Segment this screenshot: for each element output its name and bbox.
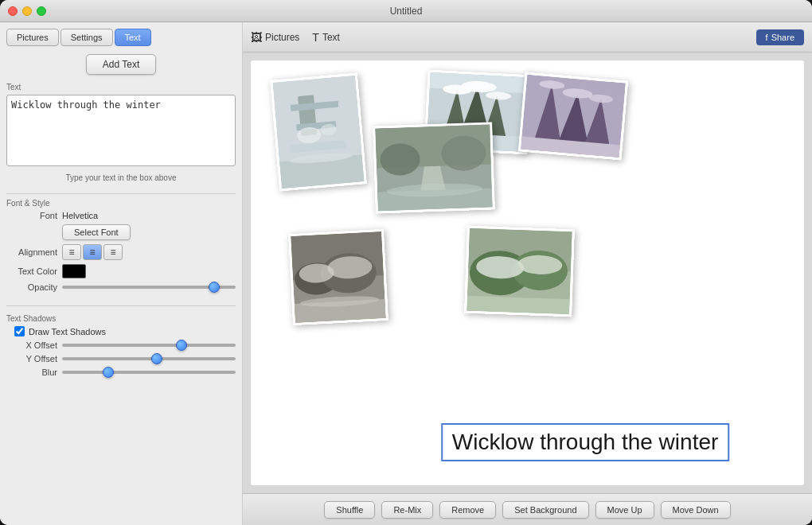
- photo-6[interactable]: [464, 226, 575, 317]
- photo-4[interactable]: [518, 72, 628, 161]
- add-text-button[interactable]: Add Text: [86, 54, 156, 75]
- text-hint: Type your text in the box above: [6, 173, 236, 182]
- x-offset-label: X Offset: [6, 340, 62, 350]
- photo-3-inner: [375, 125, 493, 212]
- text-color-row: Text Color: [6, 264, 236, 278]
- minimize-button[interactable]: [22, 6, 32, 16]
- pictures-icon: 🖼: [251, 31, 262, 44]
- y-offset-slider[interactable]: [62, 357, 236, 360]
- photo-1-inner: [272, 76, 364, 189]
- text-color-swatch[interactable]: [62, 264, 86, 278]
- text-section-label: Text: [6, 83, 236, 91]
- app-window: Untitled Pictures Settings Text Add Text…: [0, 0, 812, 525]
- align-left-button[interactable]: ≡: [62, 244, 81, 260]
- photo-1[interactable]: [270, 72, 367, 191]
- set-background-button[interactable]: Set Background: [502, 501, 588, 519]
- traffic-lights: [8, 6, 46, 16]
- share-label: Share: [771, 33, 794, 42]
- text-shadows-section: Text Shadows Draw Text Shadows X Offset …: [6, 314, 236, 381]
- opacity-row: Opacity: [6, 282, 236, 292]
- select-font-button[interactable]: Select Font: [62, 224, 131, 240]
- photo-3[interactable]: [373, 122, 495, 213]
- shuffle-button[interactable]: Shuffle: [324, 501, 375, 519]
- font-style-label: Font & Style: [6, 199, 236, 208]
- font-label: Font: [6, 211, 62, 220]
- blur-label: Blur: [6, 368, 62, 377]
- right-toolbar: 🖼 Pictures T Text f Share: [243, 22, 812, 52]
- opacity-slider[interactable]: [62, 286, 236, 289]
- remix-button[interactable]: Re-Mix: [381, 501, 433, 519]
- tabs-row: Pictures Settings Text: [6, 29, 236, 46]
- blur-slider-container: [62, 371, 236, 374]
- toolbar-text[interactable]: T Text: [312, 31, 340, 44]
- text-color-label: Text Color: [6, 266, 62, 276]
- text-input[interactable]: Wicklow through the winter: [6, 95, 236, 166]
- toolbar-pictures-label: Pictures: [265, 32, 299, 43]
- y-offset-row: Y Offset: [6, 354, 236, 364]
- opacity-label: Opacity: [6, 282, 62, 292]
- main-content: Pictures Settings Text Add Text Text Wic…: [0, 22, 812, 525]
- x-offset-slider[interactable]: [62, 344, 236, 347]
- draw-shadows-checkbox[interactable]: [14, 326, 25, 336]
- text-icon: T: [312, 31, 319, 44]
- tab-text[interactable]: Text: [115, 29, 151, 46]
- x-offset-slider-container: [62, 344, 236, 347]
- share-button[interactable]: f Share: [756, 29, 804, 45]
- y-offset-slider-container: [62, 357, 236, 360]
- canvas-area: Wicklow through the winter: [251, 60, 804, 485]
- close-button[interactable]: [8, 6, 18, 16]
- move-down-button[interactable]: Move Down: [661, 501, 731, 519]
- photo-4-inner: [521, 75, 626, 158]
- tab-settings[interactable]: Settings: [61, 29, 113, 46]
- toolbar-pictures[interactable]: 🖼 Pictures: [251, 31, 299, 44]
- divider-2: [6, 305, 236, 306]
- move-up-button[interactable]: Move Up: [595, 501, 654, 519]
- text-shadows-label: Text Shadows: [6, 314, 236, 323]
- photo-5[interactable]: [288, 229, 388, 325]
- align-center-button[interactable]: ≡: [83, 244, 102, 260]
- select-font-row: Select Font: [6, 224, 236, 240]
- alignment-label: Alignment: [6, 247, 62, 257]
- opacity-slider-container: [62, 286, 236, 289]
- y-offset-label: Y Offset: [6, 354, 62, 364]
- toolbar-text-label: Text: [322, 32, 340, 43]
- left-panel: Pictures Settings Text Add Text Text Wic…: [0, 22, 243, 525]
- tab-pictures[interactable]: Pictures: [6, 29, 59, 46]
- alignment-buttons: ≡ ≡ ≡: [62, 244, 123, 260]
- right-panel: 🖼 Pictures T Text f Share: [243, 22, 812, 525]
- photo-6-inner: [467, 228, 572, 314]
- remove-button[interactable]: Remove: [439, 501, 496, 519]
- zoom-button[interactable]: [37, 6, 46, 16]
- align-right-button[interactable]: ≡: [103, 244, 123, 260]
- bottom-toolbar: Shuffle Re-Mix Remove Set Background Mov…: [243, 493, 812, 525]
- divider-1: [6, 193, 236, 194]
- blur-row: Blur: [6, 368, 236, 377]
- font-style-section: Font & Style Font Helvetica Select Font …: [6, 199, 236, 296]
- draw-shadows-label: Draw Text Shadows: [29, 327, 106, 336]
- photo-5-inner: [291, 231, 386, 323]
- share-icon: f: [766, 33, 768, 42]
- text-overlay[interactable]: Wicklow through the winter: [441, 423, 730, 461]
- draw-shadows-row: Draw Text Shadows: [6, 326, 236, 336]
- blur-slider[interactable]: [62, 371, 236, 374]
- font-name-display: Helvetica: [62, 211, 98, 220]
- window-title: Untitled: [390, 6, 423, 17]
- title-bar: Untitled: [0, 0, 812, 22]
- alignment-row: Alignment ≡ ≡ ≡: [6, 244, 236, 260]
- x-offset-row: X Offset: [6, 340, 236, 350]
- font-row: Font Helvetica: [6, 211, 236, 220]
- text-area-container: Wicklow through the winter: [6, 95, 236, 169]
